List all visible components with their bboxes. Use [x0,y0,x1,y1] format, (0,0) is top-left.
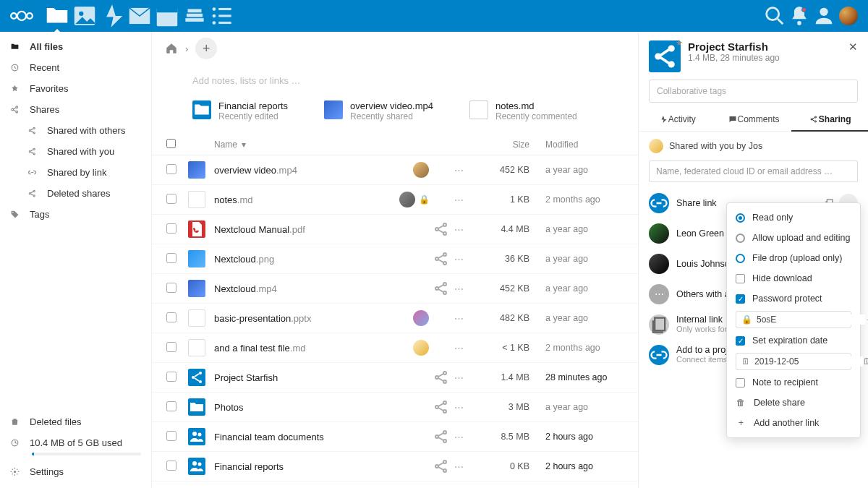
rec-item[interactable]: Financial reportsRecently edited [192,100,288,121]
file-name[interactable]: basic-presentation.pptx [207,313,409,324]
add-button[interactable]: + [195,38,217,59]
submit-icon[interactable]: → [865,314,868,325]
file-name[interactable]: Nextcloud.mp4 [207,283,409,294]
file-row[interactable]: and a final test file.md ⋯ < 1 KB 2 mont… [152,333,638,363]
rec-item[interactable]: overview video.mp4Recently shared [324,100,433,121]
user-menu[interactable] [836,0,861,32]
row-checkbox[interactable] [166,401,176,411]
collaborative-tags-input[interactable]: Collaborative tags [649,80,858,103]
file-row[interactable]: Nextcloud.mp4 ⋯ 452 KB a year ago [152,274,638,304]
nav-calendar-icon[interactable] [153,0,181,32]
row-checkbox[interactable] [166,312,176,322]
file-row[interactable]: Photos ⋯ 3 MB a year ago [152,393,638,422]
row-checkbox[interactable] [166,342,176,352]
opt-hide-download[interactable]: Hide download [727,268,860,288]
more-icon[interactable]: ⋯ [450,402,467,413]
row-checkbox[interactable] [166,164,176,174]
opt-delete-share[interactable]: 🗑Delete share [727,393,860,413]
file-row[interactable]: Financial reports ⋯ 0 KB 2 hours ago [152,452,638,481]
share-icon[interactable] [433,221,450,238]
file-name[interactable]: Nextcloud.png [207,254,409,265]
more-icon[interactable]: ⋯ [450,372,467,383]
file-name[interactable]: Photos [207,402,409,413]
tab-activity[interactable]: Activity [639,110,715,131]
opt-upload-edit[interactable]: Allow upload and editing [727,228,860,248]
datepicker-icon[interactable]: 🗓 [863,356,868,367]
logo[interactable] [7,5,36,27]
expiration-input[interactable]: 🗓🗓 [736,353,851,370]
nav-deck-icon[interactable] [181,0,208,32]
file-name[interactable]: overview video.mp4 [207,165,409,176]
more-icon[interactable]: ⋯ [450,165,467,176]
sidebar-shared-you[interactable]: Shared with you [0,141,151,162]
file-row[interactable]: Project Starfish ⋯ 1.4 MB 28 minutes ago [152,363,638,393]
file-row[interactable]: Nextcloud Manual.pdf ⋯ 4.4 MB a year ago [152,215,638,244]
sidebar-settings[interactable]: Settings [0,461,151,482]
sidebar-shares[interactable]: Shares [0,99,151,120]
select-all-checkbox[interactable] [166,139,176,148]
file-row[interactable]: notes.md 🔒 ⋯ 1 KB 2 months ago [152,185,638,215]
more-icon[interactable]: ⋯ [450,194,467,205]
sidebar-recent[interactable]: Recent [0,57,151,78]
nav-photos-icon[interactable] [71,0,98,32]
sort-icon[interactable]: ▾ [242,140,246,150]
opt-add-link[interactable]: +Add another link [727,413,860,433]
file-name[interactable]: notes.md [207,194,396,205]
home-icon[interactable] [165,42,178,55]
file-row[interactable]: basic-presentation.pptx ⋯ 482 KB a year … [152,304,638,333]
more-icon[interactable]: ⋯ [450,432,467,442]
sidebar-tags[interactable]: Tags [0,204,151,225]
file-row[interactable]: Financial team documents ⋯ 8.5 MB 2 hour… [152,422,638,452]
sidebar-shared-link[interactable]: Shared by link [0,162,151,183]
share-icon[interactable] [433,458,450,475]
row-checkbox[interactable] [166,194,176,204]
notes-placeholder[interactable]: Add notes, lists or links … [152,65,638,100]
nav-activity-icon[interactable] [98,0,126,32]
sidebar-allfiles[interactable]: All files [0,36,151,57]
row-checkbox[interactable] [166,461,176,471]
file-name[interactable]: Project Starfish [207,372,409,383]
sidebar-shared-others[interactable]: Shared with others [0,120,151,141]
row-checkbox[interactable] [166,431,176,441]
share-icon[interactable] [433,280,450,297]
nav-files-icon[interactable] [43,0,71,32]
more-icon[interactable]: ⋯ [450,283,467,294]
row-checkbox[interactable] [166,253,176,263]
file-name[interactable]: Financial team documents [207,432,409,442]
file-name[interactable]: Financial reports [207,461,409,472]
more-icon[interactable]: ⋯ [450,343,467,354]
share-icon[interactable] [433,428,450,445]
col-name[interactable]: Name [214,140,237,150]
close-icon[interactable]: ✕ [848,40,858,53]
sidebar-favorites[interactable]: Favorites [0,78,151,99]
sidebar-deleted-shares[interactable]: Deleted shares [0,183,151,204]
file-row[interactable]: Nextcloud.png ⋯ 36 KB a year ago [152,244,638,274]
row-checkbox[interactable] [166,283,176,293]
share-icon[interactable] [433,250,450,267]
opt-expiration[interactable]: ✓Set expiration date [727,330,860,351]
contacts-icon[interactable] [812,0,836,32]
sidebar-deleted-files[interactable]: Deleted files [0,411,151,432]
tab-comments[interactable]: Comments [715,110,792,131]
search-icon[interactable] [762,0,787,32]
file-name[interactable]: Nextcloud Manual.pdf [207,224,409,235]
more-icon[interactable]: ⋯ [450,313,467,324]
opt-file-drop[interactable]: File drop (upload only) [727,248,860,268]
more-icon[interactable]: ⋯ [450,224,467,235]
notifications-icon[interactable] [787,0,812,32]
file-row[interactable]: overview video.mp4 ⋯ 452 KB a year ago [152,155,638,185]
row-checkbox[interactable] [166,372,176,382]
col-size[interactable]: Size [467,140,529,150]
rec-item[interactable]: notes.mdRecently commented [469,100,577,121]
tab-sharing[interactable]: Sharing [791,110,868,131]
opt-note[interactable]: Note to recipient [727,372,860,393]
nav-tasks-icon[interactable] [208,0,236,32]
file-name[interactable]: and a final test file.md [207,343,409,354]
share-icon[interactable] [433,398,450,416]
star-icon[interactable]: ★ [676,38,683,48]
row-checkbox[interactable] [166,223,176,234]
col-modified[interactable]: Modified [529,140,624,150]
opt-password-protect[interactable]: ✓Password protect [727,288,860,309]
share-icon[interactable] [433,369,450,386]
opt-read-only[interactable]: Read only [727,207,860,228]
